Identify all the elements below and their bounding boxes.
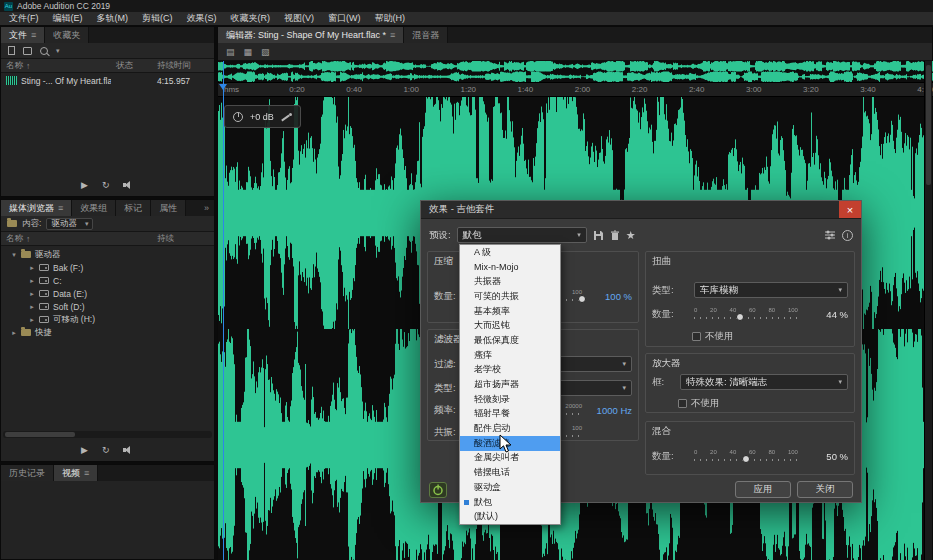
preset-option[interactable]: 默包 — [460, 495, 560, 510]
chevron-down-icon[interactable]: ▾ — [11, 251, 17, 259]
preset-option[interactable]: 共振器 — [460, 274, 560, 289]
preset-option[interactable]: 瘙痒 — [460, 348, 560, 363]
vertical-scrollbar[interactable] — [924, 61, 932, 560]
drive-item[interactable]: ▸ Bak (F:) — [1, 261, 214, 274]
amplifier-bypass-checkbox[interactable] — [678, 399, 687, 408]
content-combo[interactable]: 驱动器 ▾ — [46, 218, 93, 230]
media-panel-tab[interactable]: 效果组 ≡ — [72, 200, 116, 216]
distortion-amount-value[interactable]: 44 % — [802, 309, 848, 320]
slider-knob[interactable] — [736, 313, 744, 321]
delete-preset-icon[interactable] — [610, 230, 620, 241]
time-ruler[interactable]: hms 0:200:401:001:201:402:002:202:403:00… — [218, 83, 933, 97]
menu-item[interactable]: 窗口(W) — [321, 12, 368, 25]
preset-combo[interactable]: 默包 ▾ — [457, 227, 587, 243]
gain-value[interactable]: +0 dB — [250, 112, 274, 122]
menu-item[interactable]: 帮助(H) — [368, 12, 413, 25]
distortion-amount-slider[interactable]: 020406080100 — [694, 307, 798, 322]
horizontal-scrollbar[interactable] — [3, 431, 212, 438]
filter-freq-value[interactable]: 1000 Hz — [586, 405, 632, 416]
playhead-line[interactable] — [223, 61, 224, 560]
history-panel-tab[interactable]: 视频 ≡ — [54, 465, 98, 481]
preset-option[interactable]: 大而迟钝 — [460, 318, 560, 333]
close-button[interactable]: 关闭 — [797, 481, 853, 498]
playhead-caret[interactable] — [219, 84, 227, 90]
preset-option[interactable]: 辐射早餐 — [460, 407, 560, 422]
waveform-view-icon[interactable]: ▤ — [226, 47, 235, 57]
preset-option[interactable]: 驱动盒 — [460, 480, 560, 495]
preset-option[interactable]: 超市扬声器 — [460, 377, 560, 392]
preset-option[interactable]: Mix-n-Mojo — [460, 260, 560, 275]
spectral-view-icon[interactable]: ▦ — [244, 47, 253, 57]
speaker-icon[interactable] — [123, 180, 133, 190]
chevron-right-icon[interactable]: ▸ — [29, 277, 35, 285]
gain-knob-icon[interactable] — [233, 112, 243, 122]
menu-item[interactable]: 收藏夹(R) — [224, 12, 278, 25]
scrollbar-thumb[interactable] — [926, 65, 931, 185]
play-icon[interactable]: ▶ — [81, 180, 88, 190]
loop-icon[interactable]: ↻ — [102, 445, 110, 455]
pin-hud-icon[interactable] — [281, 112, 292, 122]
favorite-star-icon[interactable]: ★ — [626, 229, 636, 242]
chevron-right-icon[interactable]: ▸ — [29, 303, 35, 311]
column-status[interactable]: 状态 — [116, 60, 154, 72]
preset-option[interactable]: 最低保真度 — [460, 333, 560, 348]
chevron-right-icon[interactable]: ▸ — [29, 290, 35, 298]
compressor-amount-value[interactable]: 100 % — [586, 291, 632, 302]
menu-item[interactable]: 视图(V) — [277, 12, 321, 25]
chevron-right-icon[interactable]: ▸ — [11, 329, 17, 337]
settings-sliders-icon[interactable] — [824, 230, 836, 240]
chevron-right-icon[interactable]: ▸ — [29, 316, 35, 324]
search-icon[interactable] — [40, 47, 48, 55]
column-name[interactable]: 名称 ↑ — [6, 233, 154, 245]
mix-amount-value[interactable]: 50 % — [802, 451, 848, 462]
panel-menu-icon[interactable]: ≡ — [31, 30, 36, 40]
media-panel-tab[interactable]: 标记 ≡ — [116, 200, 151, 216]
tab-overflow-icon[interactable]: » — [199, 200, 214, 216]
waveform-overview[interactable] — [218, 61, 933, 83]
mix-amount-slider[interactable]: 020406080100 — [694, 449, 798, 464]
loop-icon[interactable]: ↻ — [102, 180, 110, 190]
files-panel-tab[interactable]: 文件 ≡ — [1, 27, 45, 43]
media-panel-tab[interactable]: 属性 ≡ — [151, 200, 186, 216]
drive-item[interactable]: ▸ Soft (D:) — [1, 300, 214, 313]
media-panel-tab[interactable]: 媒体浏览器 ≡ — [1, 200, 72, 216]
panel-menu-icon[interactable]: ≡ — [84, 468, 89, 478]
drive-item[interactable]: ▸ 可移动 (H:) — [1, 313, 214, 326]
preset-option[interactable]: A 级 — [460, 245, 560, 260]
apply-button[interactable]: 应用 — [735, 481, 791, 498]
preset-option[interactable]: 可笑的共振 — [460, 289, 560, 304]
preset-option[interactable]: 基本频率 — [460, 304, 560, 319]
chevron-right-icon[interactable]: ▸ — [29, 264, 35, 272]
drives-root[interactable]: ▾ 驱动器 — [1, 248, 214, 261]
play-icon[interactable]: ▶ — [81, 445, 88, 455]
info-icon[interactable]: i — [842, 230, 853, 241]
split-view-icon[interactable]: ▧ — [261, 47, 270, 57]
preset-option[interactable]: 轻微刻录 — [460, 392, 560, 407]
scrollbar-thumb[interactable] — [5, 432, 75, 437]
gain-hud[interactable]: +0 dB — [224, 105, 301, 128]
dialog-titlebar[interactable]: 效果 - 吉他套件 × — [421, 201, 861, 219]
panel-menu-icon[interactable]: ≡ — [390, 30, 395, 40]
distortion-bypass-checkbox[interactable] — [692, 332, 701, 341]
import-file-icon[interactable] — [23, 47, 32, 55]
distortion-type-combo[interactable]: 车库模糊 ▾ — [694, 282, 848, 298]
menu-item[interactable]: 效果(S) — [180, 12, 224, 25]
preset-option[interactable]: 错摆电话 — [460, 465, 560, 480]
effect-power-toggle[interactable] — [429, 482, 447, 498]
drive-item[interactable]: ▸ Data (E:) — [1, 287, 214, 300]
panel-menu-icon[interactable]: ≡ — [58, 203, 63, 213]
column-duration[interactable]: 持续 — [157, 233, 209, 245]
preset-option[interactable]: (默认) — [460, 509, 560, 524]
history-panel-tab[interactable]: 历史记录 ≡ — [1, 465, 54, 481]
editor-tab[interactable]: 编辑器: Sting - Shape Of My Heart.flac * ≡ — [218, 27, 404, 43]
column-duration[interactable]: 持续时间 — [157, 60, 209, 72]
preset-option[interactable]: 老学校 — [460, 363, 560, 378]
editor-tab[interactable]: 混音器 ≡ — [404, 27, 448, 43]
speaker-icon[interactable] — [123, 445, 133, 455]
menu-item[interactable]: 多轨(M) — [90, 12, 136, 25]
shortcuts-root[interactable]: ▸ 快捷 — [1, 326, 214, 339]
file-row[interactable]: Sting -... Of My Heart.flac * 4:15.957 — [1, 73, 214, 88]
filter-dropdown-icon[interactable]: ▾ — [56, 47, 60, 55]
menu-item[interactable]: 编辑(E) — [46, 12, 90, 25]
dialog-close-button[interactable]: × — [839, 201, 861, 218]
